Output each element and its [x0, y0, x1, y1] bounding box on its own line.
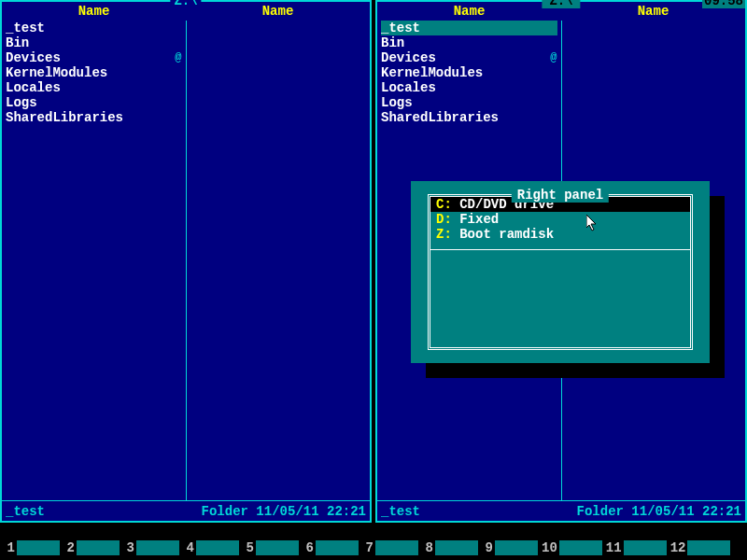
list-item[interactable]: KernelModules	[381, 65, 557, 80]
left-panel-path: Z:\	[170, 0, 201, 8]
list-item[interactable]: Bin	[6, 35, 182, 50]
popup-divider	[430, 249, 690, 250]
fkey-number: 5	[241, 540, 256, 555]
list-item[interactable]: Logs	[6, 95, 182, 110]
fkey-label	[77, 540, 120, 555]
fkey-number: 10	[540, 540, 559, 555]
fkey-5[interactable]: 5	[241, 540, 299, 555]
fkey-6[interactable]: 6	[301, 540, 359, 555]
fkey-number: 12	[669, 540, 688, 555]
fkey-label	[196, 540, 239, 555]
drive-letter: C:	[436, 197, 459, 212]
list-item[interactable]: SharedLibraries	[6, 110, 182, 125]
popup-title: Right panel	[512, 188, 609, 203]
list-item[interactable]: Devices@	[6, 50, 182, 65]
fkey-1[interactable]: 1	[2, 540, 60, 555]
drive-letter: D:	[436, 212, 459, 227]
drive-desc: Boot ramdisk	[459, 227, 554, 242]
left-status-info: Folder 11/05/11 22:21	[202, 504, 366, 519]
fkey-number: 11	[604, 540, 624, 555]
fkey-label	[375, 540, 418, 555]
fkey-number: 8	[420, 540, 435, 555]
fkey-number: 2	[62, 540, 77, 555]
link-icon: @	[175, 50, 181, 65]
fkey-2[interactable]: 2	[62, 540, 120, 555]
fkey-8[interactable]: 8	[420, 540, 478, 555]
fkey-11[interactable]: 11	[604, 540, 667, 555]
fkey-label	[17, 540, 60, 555]
fkey-9[interactable]: 9	[480, 540, 538, 555]
right-col1-header: Name	[377, 4, 561, 19]
fkey-label	[687, 540, 730, 555]
drive-desc: Fixed	[459, 212, 499, 227]
fkey-label	[624, 540, 667, 555]
function-key-bar: 123456789101112	[0, 536, 747, 560]
right-status-info: Folder 11/05/11 22:21	[577, 504, 741, 519]
fkey-label	[256, 540, 299, 555]
fkey-number: 6	[301, 540, 316, 555]
list-item[interactable]: Locales	[6, 80, 182, 95]
drive-letter: Z:	[436, 227, 459, 242]
fkey-number: 7	[360, 540, 375, 555]
list-item[interactable]: Locales	[381, 80, 557, 95]
fkey-10[interactable]: 10	[540, 540, 602, 555]
list-item[interactable]: Devices@	[381, 50, 557, 65]
fkey-label	[559, 540, 602, 555]
fkey-number: 1	[2, 540, 17, 555]
fkey-12[interactable]: 12	[669, 540, 731, 555]
right-status-name: _test	[381, 504, 420, 519]
list-item[interactable]: KernelModules	[6, 65, 182, 80]
list-item[interactable]: Bin	[381, 35, 557, 50]
fkey-number: 3	[121, 540, 136, 555]
left-col2-header: Name	[186, 4, 370, 19]
fkey-label	[435, 540, 478, 555]
left-panel[interactable]: Z:\ Name Name _testBinDevices@KernelModu…	[0, 0, 372, 523]
clock: 09:58	[702, 0, 745, 8]
list-item[interactable]: Logs	[381, 95, 557, 110]
link-icon: @	[550, 50, 557, 65]
fkey-3[interactable]: 3	[121, 540, 179, 555]
left-status-name: _test	[6, 504, 45, 519]
right-panel-path: Z:\	[542, 0, 580, 8]
fkey-7[interactable]: 7	[360, 540, 418, 555]
fkey-number: 9	[480, 540, 495, 555]
left-col1-header: Name	[2, 4, 186, 19]
list-item[interactable]: _test	[381, 21, 557, 35]
fkey-label	[495, 540, 538, 555]
fkey-label	[136, 540, 179, 555]
drive-option[interactable]: D: Fixed	[430, 212, 690, 227]
list-item[interactable]: SharedLibraries	[381, 110, 557, 125]
list-item[interactable]: _test	[6, 21, 182, 35]
fkey-number: 4	[181, 540, 196, 555]
fkey-label	[316, 540, 359, 555]
drive-option[interactable]: Z: Boot ramdisk	[430, 227, 690, 242]
fkey-4[interactable]: 4	[181, 540, 239, 555]
drive-select-popup: Right panel C: CD/DVD driveD: FixedZ: Bo…	[411, 181, 710, 363]
